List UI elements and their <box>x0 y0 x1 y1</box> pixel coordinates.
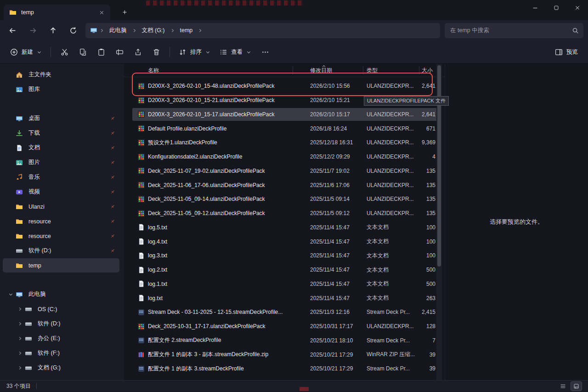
file-row[interactable]: Deck_2025-11-06_17-06.ulanziDeckProfileP… <box>124 178 445 192</box>
drive-icon <box>25 364 34 372</box>
file-row[interactable]: 预设文件1.ulanziDeckProfile2025/12/18 16:31U… <box>124 136 445 150</box>
chevron-right-icon[interactable] <box>169 28 176 33</box>
column-divider[interactable] <box>293 66 293 74</box>
column-header-size[interactable]: 大小 <box>422 64 433 77</box>
drive-icon <box>25 335 34 342</box>
sidebar-item-label: 此电脑 <box>28 290 119 298</box>
details-view-button[interactable] <box>558 382 568 391</box>
file-row[interactable]: Deck_2025-11-07_19-02.ulanziDeckProfileP… <box>124 164 445 178</box>
column-header-date-modified[interactable]: 修改日期 <box>310 64 332 77</box>
sidebar-item-this-pc[interactable]: 此电脑 <box>3 287 119 301</box>
chevron-right-icon[interactable] <box>98 28 105 33</box>
sort-button[interactable]: 排序 <box>174 44 215 60</box>
copy-button[interactable] <box>74 44 92 60</box>
file-row[interactable]: 配置文件 1 的副本 3.streamDeckProfile2025/10/21… <box>124 362 445 376</box>
sidebar-item-downloads[interactable]: 下载 <box>3 126 119 140</box>
sidebar-item-documents-g[interactable]: 文档 (G:) <box>3 361 119 375</box>
more-options-button[interactable] <box>256 44 274 60</box>
column-divider[interactable] <box>419 66 419 74</box>
file-row[interactable]: log.txt2025/11/4 15:47文本文档263 <box>124 291 445 305</box>
sidebar-item-home[interactable]: 主文件夹 <box>3 68 119 82</box>
chevron-right-icon[interactable] <box>15 351 25 356</box>
chevron-right-icon[interactable] <box>15 307 25 312</box>
sidebar-item-temp[interactable]: temp <box>3 258 119 273</box>
sidebar-item-os-c[interactable]: OS (C:) <box>3 302 119 316</box>
sidebar-item-resource-2[interactable]: resource <box>3 229 119 243</box>
chevron-right-icon[interactable] <box>15 336 25 341</box>
file-size: 263 <box>395 291 435 305</box>
column-divider[interactable] <box>363 66 363 74</box>
file-row[interactable]: log.5.txt2025/11/4 15:47文本文档100 <box>124 221 445 235</box>
column-header-name[interactable]: 名称 <box>148 64 159 77</box>
sidebar-item-ulanzi[interactable]: Ulanzi <box>3 199 119 214</box>
scrollbar-thumb[interactable] <box>437 65 441 267</box>
chevron-right-icon[interactable] <box>197 28 204 33</box>
breadcrumb-segment[interactable]: temp <box>177 26 196 35</box>
column-header-type[interactable]: 类型 <box>367 64 378 77</box>
forward-button[interactable] <box>25 23 40 38</box>
sidebar-item-documents[interactable]: 文档 <box>3 141 119 155</box>
breadcrumb-segment[interactable]: 文档 (G:) <box>139 25 168 36</box>
search-box[interactable] <box>445 23 583 38</box>
cut-button[interactable] <box>55 44 74 60</box>
rename-button[interactable] <box>110 44 129 60</box>
statusbar-artifact <box>300 387 309 391</box>
new-tab-button[interactable] <box>119 6 130 18</box>
sidebar-item-gallery[interactable]: 图库 <box>3 82 119 97</box>
file-row[interactable]: Konfigurationsdatei2.ulanziDeckProfile20… <box>124 150 445 164</box>
file-row[interactable]: Default Profile.ulanziDeckProfile2026/1/… <box>124 121 445 136</box>
sd-file-icon <box>138 305 145 319</box>
sidebar-item-software-f[interactable]: 软件 (F:) <box>3 346 119 360</box>
sidebar-item-label: 文档 <box>28 144 119 152</box>
file-row[interactable]: log.4.txt2025/11/4 15:47文本文档100 <box>124 234 445 249</box>
refresh-button[interactable] <box>65 23 81 38</box>
sidebar-item-drive-d[interactable]: 软件 (D:) <box>3 244 119 258</box>
file-row[interactable]: Deck_2025-10-31_17-17.ulanziDeckProfileP… <box>124 319 445 334</box>
sidebar-item-pictures[interactable]: 图片 <box>3 155 119 170</box>
ulanzi-file-icon <box>138 108 145 122</box>
file-row[interactable]: D200X-3_2026-02-10_15-17.ulanziDeckProfi… <box>124 108 445 122</box>
breadcrumb-segment[interactable]: 此电脑 <box>106 25 130 36</box>
file-row[interactable]: log.1.txt2025/11/4 15:47文本文档500 <box>124 277 445 291</box>
back-button[interactable] <box>5 23 20 38</box>
sidebar-item-resource-1[interactable]: resource <box>3 214 119 228</box>
file-row[interactable]: log.3.txt2025/11/4 15:47文本文档100 <box>124 249 445 263</box>
chevron-right-icon[interactable] <box>15 365 25 370</box>
command-toolbar: 新建 排序 查看 预览 <box>0 40 588 64</box>
minimize-button[interactable] <box>525 0 546 16</box>
file-row[interactable]: Deck_2025-11-05_09-12.ulanziDeckProfileP… <box>124 206 445 221</box>
share-button[interactable] <box>129 44 147 60</box>
maximize-button[interactable] <box>546 0 567 16</box>
paste-button[interactable] <box>92 44 110 60</box>
file-row[interactable]: 配置文件 1 的副本 3 - 副本.streamDeckProfile.zip2… <box>124 347 445 362</box>
chevron-right-icon[interactable] <box>15 321 25 326</box>
view-button[interactable]: 查看 <box>215 44 256 60</box>
close-button[interactable] <box>567 0 588 16</box>
sidebar-item-videos[interactable]: 视频 <box>3 185 119 199</box>
new-button[interactable]: 新建 <box>6 44 46 60</box>
file-size: 135 <box>395 192 435 206</box>
delete-button[interactable] <box>147 44 165 60</box>
sidebar-item-software-d[interactable]: 软件 (D:) <box>3 317 119 331</box>
search-icon[interactable] <box>572 27 579 34</box>
sidebar-item-desktop[interactable]: 桌面 <box>3 111 119 125</box>
up-button[interactable] <box>45 23 61 38</box>
file-row[interactable]: Stream Deck - 03-11-2025 - 12-15.streamD… <box>124 305 445 319</box>
search-input[interactable] <box>449 27 572 34</box>
file-date-modified: 2025/11/6 17:06 <box>310 178 364 192</box>
chevron-right-icon[interactable] <box>131 28 138 33</box>
explorer-tab[interactable]: temp <box>4 5 110 20</box>
file-row[interactable]: Deck_2025-11-05_09-14.ulanziDeckProfileP… <box>124 192 445 206</box>
chevron-down-icon[interactable] <box>6 292 16 297</box>
file-row[interactable]: D200X-3_2026-02-10_15-48.ulanziDeckProfi… <box>124 79 445 93</box>
file-date-modified: 2025/11/5 09:14 <box>310 192 364 206</box>
file-row[interactable]: log.2.txt2025/11/4 15:47文本文档500 <box>124 263 445 277</box>
preview-toggle-button[interactable]: 预览 <box>550 44 582 60</box>
large-icons-view-button[interactable] <box>571 382 582 391</box>
sidebar-item-office-e[interactable]: 办公 (E:) <box>3 331 119 346</box>
file-row[interactable]: 配置文件 2.streamDeckProfile2025/10/21 18:10… <box>124 334 445 348</box>
file-date-modified: 2026/1/8 16:24 <box>310 121 364 136</box>
vertical-scrollbar[interactable] <box>436 64 442 380</box>
tab-close-icon[interactable] <box>96 7 107 17</box>
sidebar-item-music[interactable]: 音乐 <box>3 170 119 184</box>
